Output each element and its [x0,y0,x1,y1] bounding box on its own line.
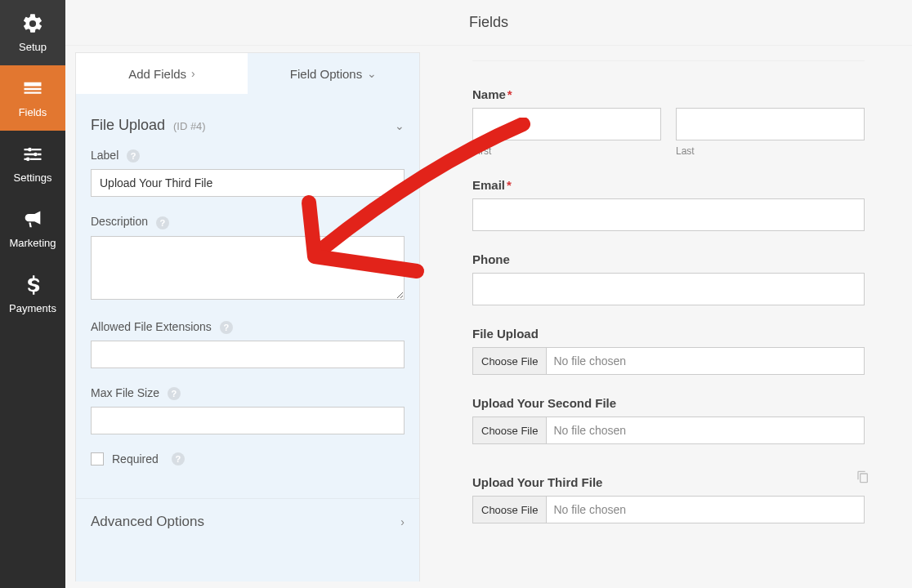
sidebar-item-label: Marketing [9,237,56,249]
tab-add-fields[interactable]: Add Fields › [76,53,248,94]
required-asterisk: * [507,87,512,101]
panel-scroll[interactable]: Add Fields › Field Options ⌄ File Upload [75,52,420,581]
tab-field-options[interactable]: Field Options ⌄ [248,53,419,94]
bullhorn-icon [21,208,44,237]
preview-field-file-2[interactable]: Upload Your Second File Choose File No f… [472,396,865,444]
advanced-options-toggle[interactable]: Advanced Options › [76,498,419,545]
preview-field-file-1[interactable]: File Upload Choose File No file chosen [472,327,865,375]
field-label: Upload Your Third File [472,475,865,489]
sidebar-item-label: Setup [19,41,47,53]
sidebar: Setup Fields Settings Marketing Payments [0,0,65,588]
panel-header[interactable]: File Upload (ID #4) ⌄ [76,94,419,149]
topbar: Fields [65,0,912,46]
form-icon [21,78,44,106]
sidebar-item-label: Payments [9,302,56,314]
svg-point-1 [34,153,38,157]
page-title: Fields [469,14,508,31]
description-input[interactable] [91,236,405,300]
required-label: Required [112,452,159,466]
preview-field-phone[interactable]: Phone [472,252,865,305]
divider [472,60,865,61]
max-size-label: Max File Size ? [91,386,405,400]
chevron-right-icon: › [191,67,195,80]
panel-id: (ID #4) [173,120,206,132]
sidebar-item-payments[interactable]: Payments [0,261,65,327]
choose-file-button[interactable]: Choose File [473,417,547,443]
first-name-input[interactable] [472,108,661,140]
allowed-ext-input[interactable] [91,341,405,368]
label-label: Label ? [91,149,405,163]
file-placeholder: No file chosen [547,354,626,368]
sublabel-first: First [472,145,661,157]
svg-point-0 [28,148,32,152]
gear-icon [21,12,44,41]
file-input[interactable]: Choose File No file chosen [472,347,865,375]
field-label: Name [472,87,506,101]
form-preview: Name* First Last [425,46,912,588]
sidebar-item-marketing[interactable]: Marketing [0,196,65,261]
required-asterisk: * [507,178,512,192]
tab-label: Add Fields [128,67,186,81]
sidebar-item-label: Settings [14,172,52,184]
label-input[interactable] [91,169,405,197]
sidebar-item-label: Fields [19,106,47,118]
field-label: Upload Your Second File [472,396,865,410]
field-label: Email [472,178,505,192]
chevron-down-icon: ⌄ [395,119,405,132]
dollar-icon [21,274,44,302]
help-icon[interactable]: ? [220,321,233,334]
field-label: File Upload [472,327,865,341]
max-size-input[interactable] [91,407,405,434]
help-icon[interactable]: ? [156,216,169,229]
field-options-panel: Add Fields › Field Options ⌄ File Upload [75,52,420,581]
preview-field-name[interactable]: Name* First Last [472,87,865,157]
sublabel-last: Last [676,145,865,157]
tab-label: Field Options [290,67,362,81]
sidebar-item-fields[interactable]: Fields [0,65,65,131]
required-checkbox[interactable] [91,452,104,466]
choose-file-button[interactable]: Choose File [473,497,547,523]
sidebar-item-settings[interactable]: Settings [0,131,65,196]
field-label: Phone [472,252,865,266]
choose-file-button[interactable]: Choose File [473,348,547,374]
description-label: Description ? [91,215,405,229]
sidebar-item-setup[interactable]: Setup [0,0,65,65]
chevron-down-icon: ⌄ [367,67,377,80]
chevron-right-icon: › [400,515,405,528]
last-name-input[interactable] [676,108,865,140]
duplicate-icon[interactable] [856,470,870,486]
advanced-label: Advanced Options [91,514,204,530]
phone-input[interactable] [472,273,865,305]
file-placeholder: No file chosen [547,503,626,516]
panel-title: File Upload [91,117,165,133]
file-input[interactable]: Choose File No file chosen [472,416,865,444]
email-input[interactable] [472,198,865,231]
sliders-icon [21,143,44,172]
file-input[interactable]: Choose File No file chosen [472,496,865,523]
help-icon[interactable]: ? [172,452,185,466]
preview-field-email[interactable]: Email* [472,178,865,231]
help-icon[interactable]: ? [168,387,181,400]
allowed-ext-label: Allowed File Extensions ? [91,320,405,334]
help-icon[interactable]: ? [127,149,140,163]
preview-field-file-3[interactable]: Upload Your Third File Choose File No fi… [463,466,874,533]
file-placeholder: No file chosen [547,424,626,437]
svg-point-2 [26,158,30,162]
